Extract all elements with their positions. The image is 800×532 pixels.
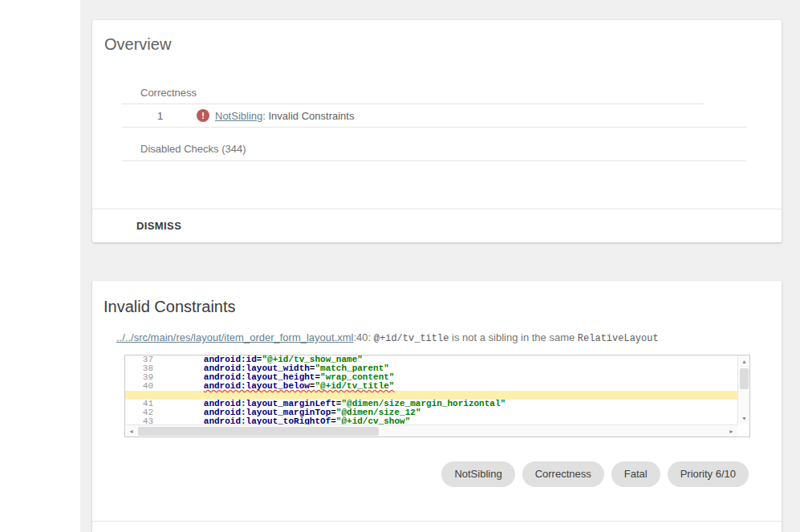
indent — [161, 416, 204, 424]
xml-value: "@+id/cv_show" — [336, 416, 410, 424]
issue-location-line: ../../src/main/res/layout/item_order_for… — [116, 331, 659, 344]
invalid-constraints-card: Invalid Constraints ../../src/main/res/l… — [92, 281, 782, 532]
horizontal-scrollbar-thumb[interactable] — [138, 427, 379, 436]
vertical-scrollbar[interactable]: ▲ ▼ — [737, 355, 749, 424]
code-line: 43 android:layout_toRightOf="@+id/cv_sho… — [125, 417, 737, 424]
section-correctness: Correctness — [140, 87, 197, 99]
chip-notsibling[interactable]: NotSibling — [441, 461, 514, 487]
overview-footer: DISMISS — [92, 209, 782, 242]
xml-attr: android:layout_toRightOf — [204, 416, 331, 424]
container-type-ref: RelativeLayout — [578, 333, 659, 344]
file-link[interactable]: ../../src/main/res/layout/item_order_for… — [116, 331, 354, 343]
scroll-left-icon[interactable]: ◄ — [125, 425, 137, 437]
code-text: android:layout_below="@+id/tv_title" — [161, 382, 394, 391]
error-glyph: ! — [201, 111, 205, 120]
code-line-error: 40 android:layout_below="@+id/tv_title" — [125, 382, 737, 391]
code-scroll-area: 37 android:id="@+id/tv_show_name" 38 and… — [125, 355, 737, 424]
xml-value: "@+id/tv_title" — [315, 381, 394, 391]
line-number-ref: :40: — [354, 331, 374, 343]
chip-priority[interactable]: Priority 6/10 — [668, 461, 749, 487]
chip-fatal[interactable]: Fatal — [611, 461, 660, 487]
detail-title: Invalid Constraints — [104, 298, 236, 316]
issue-row: 1 ! NotSibling: Invalid Constraints — [122, 104, 746, 127]
horizontal-scrollbar[interactable]: ◄ ► — [125, 424, 737, 437]
code-snippet-block: 37 android:id="@+id/tv_show_name" 38 and… — [124, 355, 750, 437]
disabled-checks-section[interactable]: Disabled Checks (344) — [140, 143, 246, 155]
divider — [122, 160, 746, 161]
overview-title: Overview — [104, 35, 171, 54]
indent — [161, 381, 204, 391]
error-icon: ! — [197, 109, 209, 122]
overview-card: Overview Correctness 1 ! NotSibling: Inv… — [92, 20, 782, 242]
equals-sign: = — [331, 416, 336, 424]
xml-attr: android:layout_below — [204, 381, 310, 391]
issue-tag-chips: NotSibling Correctness Fatal Priority 6/… — [441, 461, 749, 487]
scroll-up-icon[interactable]: ▲ — [738, 355, 750, 368]
notsibling-link[interactable]: NotSibling — [215, 110, 262, 122]
message-text: is not a sibling in the same — [449, 331, 577, 343]
line-number: 40 — [125, 382, 161, 391]
symbol-ref: @+id/tv_title — [374, 333, 449, 344]
divider — [122, 127, 746, 128]
dismiss-button[interactable]: DISMISS — [136, 220, 181, 232]
issue-text: NotSibling: Invalid Constraints — [215, 110, 354, 122]
divider — [92, 521, 782, 522]
line-number: 43 — [125, 417, 161, 424]
error-underline: android:layout_below="@+id/tv_title" — [204, 381, 395, 391]
scroll-down-icon[interactable]: ▼ — [738, 412, 750, 424]
chip-correctness[interactable]: Correctness — [522, 461, 604, 487]
vertical-scrollbar-thumb[interactable] — [740, 368, 749, 389]
scroll-right-icon[interactable]: ► — [725, 425, 737, 437]
issue-suffix: : Invalid Constraints — [262, 110, 354, 122]
code-text: android:layout_toRightOf="@+id/cv_show" — [161, 417, 410, 424]
issue-count: 1 — [157, 110, 163, 122]
